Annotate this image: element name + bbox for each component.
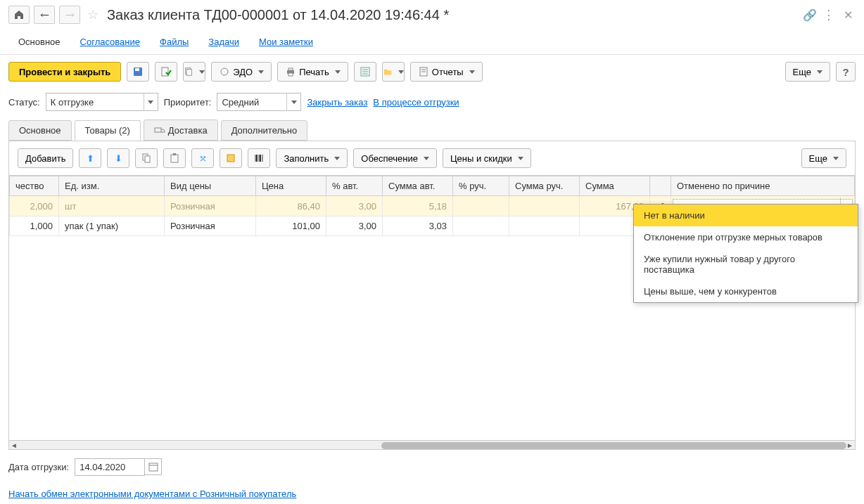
- report-button[interactable]: [354, 62, 376, 82]
- col-manpct[interactable]: % руч.: [453, 176, 509, 196]
- help-button[interactable]: ?: [836, 62, 856, 82]
- post-and-close-button[interactable]: Провести и закрыть: [8, 62, 121, 82]
- col-pricetype[interactable]: Вид цены: [165, 176, 256, 196]
- move-down-button[interactable]: ⬇: [107, 148, 129, 168]
- move-up-button[interactable]: ⬆: [79, 148, 101, 168]
- split-icon: ⤱: [199, 153, 207, 164]
- svg-rect-8: [288, 73, 293, 76]
- status-select[interactable]: К отгрузке: [46, 93, 158, 111]
- fill-button[interactable]: Заполнить: [276, 148, 348, 168]
- edo-start-link[interactable]: Начать обмен электронными документами с …: [8, 489, 296, 499]
- col-mansum[interactable]: Сумма руч.: [509, 176, 580, 196]
- save-icon: [132, 66, 144, 77]
- svg-rect-7: [288, 68, 293, 70]
- ship-date-input[interactable]: 14.04.2020: [75, 458, 145, 476]
- post-icon: [160, 66, 172, 77]
- attach-button[interactable]: [382, 62, 405, 82]
- priority-select[interactable]: Средний: [217, 93, 301, 111]
- barcode-button[interactable]: [248, 148, 270, 168]
- paste-icon: [169, 153, 180, 164]
- paste-button[interactable]: [163, 148, 186, 168]
- chevron-down-icon: [286, 93, 300, 110]
- priority-label: Приоритет:: [164, 97, 212, 108]
- svg-rect-2: [162, 67, 168, 76]
- subtab-goods[interactable]: Товары (2): [75, 120, 141, 141]
- calendar-button[interactable]: [145, 458, 162, 475]
- scroll-left-icon[interactable]: ◄: [9, 440, 19, 450]
- split-button[interactable]: ⤱: [191, 148, 214, 168]
- chevron-down-icon: [144, 93, 158, 110]
- page-title: Заказ клиента ТД00-000001 от 14.04.2020 …: [107, 7, 799, 23]
- col-check[interactable]: [650, 176, 671, 196]
- svg-rect-16: [155, 128, 161, 132]
- close-icon[interactable]: ✕: [841, 8, 856, 22]
- close-order-link[interactable]: Закрыть заказ: [307, 97, 367, 108]
- subtab-delivery[interactable]: Доставка: [144, 119, 218, 141]
- calendar-icon: [148, 461, 159, 472]
- dropdown-option[interactable]: Уже купили нужный товар у другого постав…: [634, 248, 858, 280]
- col-qty[interactable]: чество: [10, 176, 59, 196]
- subtab-additional[interactable]: Дополнительно: [221, 120, 308, 141]
- list-icon: [360, 66, 371, 77]
- scroll-thumb[interactable]: [381, 442, 846, 449]
- col-price[interactable]: Цена: [256, 176, 326, 196]
- svg-rect-21: [227, 155, 234, 162]
- scroll-right-icon[interactable]: ►: [845, 440, 855, 450]
- prices-discounts-button[interactable]: Цены и скидки: [443, 148, 531, 168]
- link-icon[interactable]: 🔗: [803, 8, 817, 22]
- col-unit[interactable]: Ед. изм.: [59, 176, 165, 196]
- copy-button[interactable]: [135, 148, 158, 168]
- in-shipping-link[interactable]: В процессе отгрузки: [373, 97, 459, 108]
- print-button[interactable]: Печать: [277, 62, 348, 82]
- tab-approval[interactable]: Согласование: [70, 30, 150, 54]
- svg-point-5: [221, 68, 228, 75]
- tab-main[interactable]: Основное: [8, 30, 70, 54]
- provision-button[interactable]: Обеспечение: [353, 148, 437, 168]
- cancel-reason-dropdown: Нет в наличии Отклонение при отгрузке ме…: [633, 204, 858, 303]
- reports-button[interactable]: Отчеты: [410, 62, 483, 82]
- star-icon[interactable]: ☆: [87, 7, 99, 22]
- pick-button[interactable]: [220, 148, 242, 168]
- col-sum[interactable]: Сумма: [580, 176, 650, 196]
- back-button[interactable]: 🡐: [34, 6, 55, 24]
- reports-icon: [418, 66, 429, 77]
- kebab-menu-icon[interactable]: ⋮: [822, 7, 835, 22]
- home-icon: [13, 9, 25, 20]
- subtab-main[interactable]: Основное: [8, 120, 72, 141]
- tab-notes[interactable]: Мои заметки: [249, 30, 323, 54]
- folder-icon: [383, 66, 393, 77]
- horizontal-scrollbar[interactable]: ◄ ►: [8, 440, 856, 450]
- col-cancelled[interactable]: Отменено по причине: [671, 176, 855, 196]
- arrow-down-icon: ⬇: [115, 153, 122, 164]
- dropdown-option[interactable]: Нет в наличии: [634, 205, 858, 226]
- tab-files[interactable]: Файлы: [150, 30, 198, 54]
- edo-button[interactable]: ЭДО: [211, 62, 272, 82]
- doc-icon: [184, 66, 193, 77]
- copy-icon: [141, 153, 152, 164]
- svg-rect-20: [173, 153, 176, 155]
- col-autosum[interactable]: Сумма авт.: [383, 176, 453, 196]
- post-button[interactable]: [155, 62, 177, 82]
- tab-tasks[interactable]: Задачи: [198, 30, 249, 54]
- svg-rect-18: [145, 156, 150, 162]
- create-based-button[interactable]: [183, 62, 205, 82]
- col-autopct[interactable]: % авт.: [326, 176, 383, 196]
- svg-rect-27: [149, 463, 158, 471]
- add-button[interactable]: Добавить: [18, 148, 73, 168]
- save-button[interactable]: [127, 62, 149, 82]
- more-button[interactable]: Еще: [785, 62, 830, 82]
- svg-rect-19: [171, 155, 178, 162]
- svg-rect-1: [135, 68, 139, 71]
- table-more-button[interactable]: Еще: [801, 148, 846, 168]
- svg-rect-4: [187, 70, 192, 76]
- edo-icon: [219, 66, 230, 77]
- dropdown-option[interactable]: Цены выше, чем у конкурентов: [634, 280, 858, 302]
- arrow-up-icon: ⬆: [87, 153, 94, 164]
- dropdown-option[interactable]: Отклонение при отгрузке мерных товаров: [634, 226, 858, 248]
- ship-date-label: Дата отгрузки:: [8, 462, 69, 472]
- home-button[interactable]: [8, 6, 30, 24]
- top-tabs: Основное Согласование Файлы Задачи Мои з…: [0, 30, 864, 55]
- status-label: Статус:: [8, 97, 40, 108]
- print-icon: [285, 66, 296, 77]
- forward-button[interactable]: 🡒: [59, 6, 80, 24]
